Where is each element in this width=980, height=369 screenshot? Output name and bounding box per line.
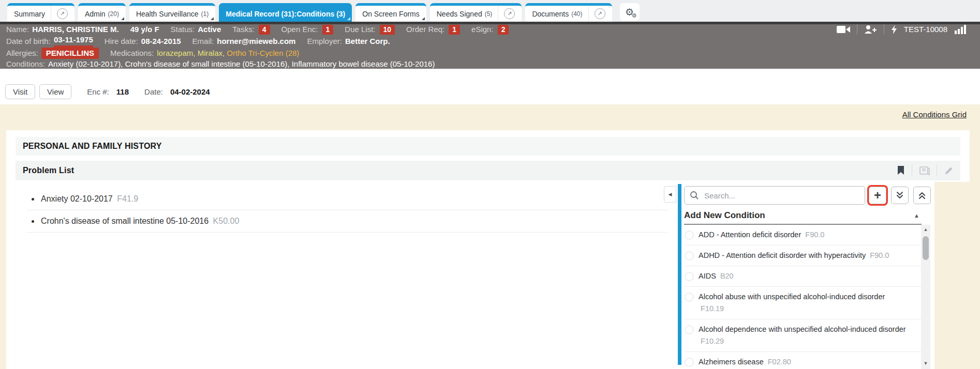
tab-documents-open-new[interactable]: ↗ xyxy=(588,6,605,22)
gear-small-icon: ⚙ xyxy=(632,13,637,19)
condition-text: Alzheimers disease F02.80 xyxy=(699,356,791,368)
tasks-label: Tasks: xyxy=(232,24,255,35)
double-chevron-down-icon xyxy=(896,191,904,199)
patient-header-row-1: Name: HARRIS, CHRISTINE M. 49 y/o F Stat… xyxy=(0,24,980,35)
condition-option-adhd[interactable]: ADHD - Attention deficit disorder with h… xyxy=(684,245,922,266)
panel-accent-bar xyxy=(678,184,681,365)
condition-code: B20 xyxy=(720,272,734,280)
employer-label: Employer: xyxy=(307,36,342,47)
add-person-icon[interactable] xyxy=(864,25,877,34)
settings-button[interactable]: ⚙ ⚙ xyxy=(620,3,640,21)
employer-value: Better Corp. xyxy=(345,36,390,47)
add-condition-button[interactable]: + xyxy=(869,187,886,204)
search-icon xyxy=(690,191,699,200)
tab-needs-signed-label: Needs Signed xyxy=(437,10,482,18)
tab-health-surveillance-label: Health Surveillance xyxy=(136,10,199,18)
condition-option-aids[interactable]: AIDS B20 xyxy=(684,266,922,287)
radio-circle-icon xyxy=(685,230,694,240)
divider xyxy=(884,24,884,35)
tab-documents-count: (40) xyxy=(571,10,582,18)
tab-health-surveillance-count: (1) xyxy=(201,10,209,18)
tab-documents[interactable]: Documents (40) ↗ xyxy=(525,3,612,22)
patient-status: Active xyxy=(198,24,221,35)
due-list-count-badge[interactable]: 10 xyxy=(380,25,395,35)
problem-item-anxiety[interactable]: Anxiety 02-10-2017 F41.9 xyxy=(27,188,669,210)
medication-miralax[interactable]: Miralax, xyxy=(198,48,225,58)
condition-picklist: ADD - Attention deficit disorder F90.0 A… xyxy=(684,225,922,369)
panel-collapse-button[interactable]: ◀ xyxy=(664,186,676,203)
dob-value: 03-11-1975 xyxy=(54,35,93,48)
patient-age-sex: 49 y/o F xyxy=(130,24,159,35)
radio-circle-icon xyxy=(685,325,694,334)
visit-button[interactable]: Visit xyxy=(5,84,35,99)
app-window: Summary ↗ Admin (20) Health Surveillance… xyxy=(0,0,980,369)
view-button[interactable]: View xyxy=(39,84,71,99)
condition-text: Alcohol abuse with unspecified alcohol-i… xyxy=(699,291,906,315)
bookmark-icon[interactable] xyxy=(897,166,905,175)
tab-needs-signed-open-new[interactable]: ↗ xyxy=(498,6,515,22)
scrollbar-thumb[interactable] xyxy=(923,236,929,260)
condition-option-alzheimers[interactable]: Alzheimers disease F02.80 xyxy=(684,352,922,369)
medications-label: Medications: xyxy=(110,48,154,58)
tab-needs-signed-count: (5) xyxy=(485,10,493,18)
open-enc-count-badge[interactable]: 1 xyxy=(322,25,334,35)
condition-search-box[interactable] xyxy=(684,186,865,205)
medication-ortho-tri-cyclen[interactable]: Ortho Tri-Cyclen (28) xyxy=(227,48,299,58)
tab-medical-record-label: Medical Record (31):Conditions (3) xyxy=(226,10,345,18)
due-list-label: Due List: xyxy=(345,24,375,35)
expand-all-button[interactable] xyxy=(891,187,909,204)
history-section-title: PERSONAL AND FAMILY HISTORY xyxy=(23,142,162,151)
condition-name: ADHD - Attention deficit disorder with h… xyxy=(699,251,866,259)
order-req-label: Order Req: xyxy=(406,24,444,35)
tab-summary-open-new[interactable]: ↗ xyxy=(51,6,68,22)
header-icon-group: TEST-10008 xyxy=(837,24,974,35)
video-camera-icon[interactable] xyxy=(837,25,850,34)
radio-circle-icon xyxy=(685,358,694,367)
scroll-up-icon[interactable]: ▲ xyxy=(921,227,930,232)
condition-code: F90.0 xyxy=(870,251,889,259)
problem-text: Anxiety 02-10-2017 F41.9 xyxy=(41,193,138,205)
problem-item-crohns[interactable]: Crohn's disease of small intestine 05-10… xyxy=(27,210,669,233)
condition-name: AIDS xyxy=(699,272,716,280)
tasks-count-badge[interactable]: 4 xyxy=(259,25,270,35)
collapse-section-icon[interactable]: ▲ xyxy=(914,212,919,219)
hire-date-label: Hire date: xyxy=(105,36,138,47)
add-new-condition-header: Add New Condition ▲ xyxy=(684,208,922,223)
hire-date-value: 08-24-2015 xyxy=(141,36,181,47)
panel-search-row: + xyxy=(684,186,931,205)
tab-medical-record-conditions[interactable]: Medical Record (31):Conditions (3) xyxy=(219,3,352,22)
esign-count-badge[interactable]: 2 xyxy=(498,25,509,35)
collapse-all-button[interactable] xyxy=(913,187,931,204)
lightning-icon[interactable] xyxy=(891,25,897,34)
history-section-header: PERSONAL AND FAMILY HISTORY xyxy=(16,137,960,156)
allergy-penicillins-badge[interactable]: PENICILLINS xyxy=(41,48,99,59)
pencil-icon[interactable] xyxy=(944,166,953,175)
external-link-icon: ↗ xyxy=(504,8,515,19)
email-value: horner@mieweb.com xyxy=(217,36,295,47)
tab-on-screen-forms[interactable]: On Screen Forms xyxy=(355,3,426,22)
bar-chart-icon[interactable] xyxy=(954,25,967,34)
condition-search-input[interactable] xyxy=(703,191,859,201)
condition-option-alcohol-abuse[interactable]: Alcohol abuse with unspecified alcohol-i… xyxy=(684,287,922,319)
book-icon[interactable] xyxy=(919,166,930,175)
tab-health-surveillance[interactable]: Health Surveillance (1) xyxy=(129,3,215,22)
condition-option-add[interactable]: ADD - Attention deficit disorder F90.0 xyxy=(684,225,922,245)
tab-needs-signed[interactable]: Needs Signed (5) ↗ xyxy=(430,3,522,22)
picklist-scrollbar[interactable]: ▲ ▼ xyxy=(921,225,930,369)
all-conditions-grid-link[interactable]: All Conditions Grid xyxy=(902,110,967,119)
open-enc-label: Open Enc: xyxy=(281,24,318,35)
esign-label: eSign: xyxy=(471,24,494,35)
problem-name: Crohn's disease of small intestine 05-10… xyxy=(41,217,209,225)
order-req-count-badge[interactable]: 1 xyxy=(449,25,460,35)
tab-admin[interactable]: Admin (20) xyxy=(78,3,126,22)
medication-lorazepam[interactable]: lorazepam, xyxy=(157,48,195,58)
condition-code: F90.0 xyxy=(805,230,824,239)
patient-name: HARRIS, CHRISTINE M. xyxy=(32,24,119,35)
tab-admin-label: Admin xyxy=(85,10,106,18)
tab-summary[interactable]: Summary ↗ xyxy=(7,3,75,22)
condition-option-alcohol-dependence[interactable]: Alcohol dependence with unspecified alco… xyxy=(684,319,922,352)
condition-name: Alcohol abuse with unspecified alcohol-i… xyxy=(699,293,885,301)
dob-label: Date of birth: xyxy=(6,36,51,47)
scroll-down-icon[interactable]: ▼ xyxy=(921,361,930,366)
condition-code: F10.29 xyxy=(701,337,724,345)
